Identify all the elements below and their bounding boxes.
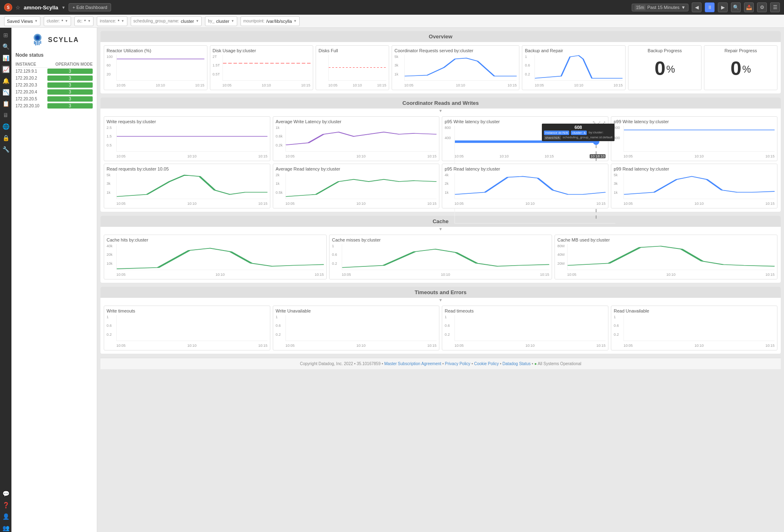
write-timeouts-chart: Write timeouts 10.60.2 10:0510:1010:15 (104, 306, 270, 350)
chart-plot (404, 55, 517, 81)
chart-plot (116, 315, 267, 341)
x-labels: 10:0510:1010:15 (285, 344, 437, 348)
edit-dashboard-button[interactable]: + Edit Dashboard (69, 3, 111, 11)
cache-misses-chart: Cache misses by:cluster 10.60.2 (329, 235, 552, 279)
p99-read-latency-title: p99 Read latency by:cluster (614, 166, 775, 171)
chart-plot (624, 315, 775, 341)
scheduling-label: scheduling_group_name: (134, 19, 179, 23)
time-range-selector[interactable]: 15m Past 15 Minutes ▼ (632, 4, 688, 11)
chart-plot (223, 55, 311, 81)
chevron-down-icon: ▼ (681, 5, 686, 10)
dc-filter[interactable]: dc: * ▼ (74, 16, 94, 26)
sidebar-icon-metrics[interactable]: 📈 (2, 65, 10, 73)
y-labels: 2k1k0.5k (276, 173, 285, 199)
sidebar-icon-infra[interactable]: 🖥 (2, 111, 10, 119)
read-timeouts-area: 10.60.2 10:0510:1010:15 (445, 315, 606, 348)
next-button[interactable]: ▶ (718, 2, 728, 12)
privacy-link[interactable]: Privacy Policy (445, 361, 470, 366)
search-button[interactable]: 🔍 (731, 2, 741, 12)
node-operation-badge: 3 (47, 75, 93, 81)
instance-value: * (118, 19, 119, 24)
sidebar-icon-security[interactable]: 🔒 (2, 134, 10, 142)
x-labels: 10:0510:1010:15 (285, 154, 437, 158)
instance-filter[interactable]: instance: * ▼ (97, 16, 127, 26)
node-badge-cell: 3 (46, 89, 93, 95)
chart-plot (116, 173, 267, 199)
chart-plot (624, 173, 775, 199)
dashboard-title: amnon-Scylla (24, 4, 58, 11)
subscription-link[interactable]: Master Subscription Agreement (384, 361, 441, 366)
sidebar-icon-home[interactable]: ⊞ (2, 31, 10, 39)
sidebar-icon-apm[interactable]: 📉 (2, 88, 10, 96)
repair-progress-value: 0 % (707, 55, 775, 82)
x-labels: 10:0510:1010:15 (535, 83, 623, 87)
app-logo: S (4, 3, 12, 11)
x-labels: 10:0510:1010:15 (116, 154, 267, 158)
settings-button[interactable]: ⚙ (757, 2, 767, 12)
scheduling-filter[interactable]: scheduling_group_name: cluster ▼ (131, 16, 202, 26)
y-labels: 10.60.2 (332, 244, 342, 270)
mountpoint-filter[interactable]: mountpoint: /var/lib/scylla ▼ (241, 16, 300, 26)
p95-read-latency-title: p95 Read latency by:cluster (445, 166, 606, 171)
cache-hits-area: 40k20k10k 10:0510:1010:15 (107, 244, 324, 277)
section-arrow: ▼ (100, 109, 781, 113)
chart-plot (285, 126, 437, 152)
saved-views-dropdown[interactable]: Saved Views ▼ (4, 16, 40, 26)
chevron-icon[interactable]: ▼ (62, 5, 66, 10)
share-button[interactable]: 📤 (744, 2, 754, 12)
sidebar-icon-user[interactable]: 👤 (2, 512, 10, 521)
reactor-util-chart: Reactor Utilization (%) 1006020 (104, 45, 207, 90)
cluster-filter[interactable]: cluster: * ▼ (44, 16, 71, 26)
sidebar-icon-dashboards[interactable]: 📊 (2, 54, 10, 62)
sidebar-icon-chat[interactable]: 💬 (2, 490, 10, 498)
p99-read-latency-area: 5k3k1k 10:0510:1010:15 (614, 173, 775, 206)
prev-button[interactable]: ◀ (692, 2, 702, 12)
repair-progress-title: Repair Progress (707, 48, 775, 53)
backup-repair-chart: Backup and Repair 10.60.2 1 (522, 45, 626, 90)
cookie-link[interactable]: Cookie Policy (474, 361, 499, 366)
node-table: INSTANCE OPERATION MODE 172.129.9.1 3 17… (16, 61, 93, 109)
svg-text:S: S (7, 5, 10, 10)
chart-plot (454, 315, 606, 341)
x-labels: 10:0510:1010:15 (342, 273, 549, 277)
sidebar-icon-help[interactable]: ❓ (2, 501, 10, 509)
chart-plot (454, 173, 606, 199)
p95-write-latency-title: p95 Write latency by:cluster (445, 119, 500, 124)
sidebar-icon-team[interactable]: 👥 (2, 524, 10, 532)
reactor-util-area: 1006020 10:0510:1010:15 (107, 55, 205, 87)
disk-usage-title: Disk Usage by:cluster (213, 48, 311, 53)
cache-header: Cache (100, 216, 781, 227)
display-button[interactable]: ☰ (770, 2, 780, 12)
by-filter[interactable]: by_ cluster ▼ (205, 16, 237, 26)
sidebar-icon-alerts[interactable]: 🔔 (2, 77, 10, 85)
errors-content: Write timeouts 10.60.2 10:0510:1010:15 (100, 302, 781, 354)
sidebar-icon-logs[interactable]: 📋 (2, 100, 10, 108)
overview-content: Reactor Utilization (%) 1006020 (100, 42, 781, 93)
read-req-area: 5k3k1k 10:0510:1010:15 (107, 173, 267, 206)
read-timeouts-chart: Read timeouts 10.60.2 10:0510:1010:15 (442, 306, 608, 350)
scylla-logo-container: SCYLLA (16, 32, 93, 48)
y-labels: 1k0.6k0.2k (276, 126, 285, 152)
cache-hits-title: Cache hits by:cluster (107, 237, 324, 242)
footer: Copyright Datadog, Inc. 2022 • 35.101678… (100, 358, 781, 369)
instance-label: instance: (100, 19, 116, 23)
node-ip: 172.20.20.5 (16, 95, 46, 102)
sidebar-icon-network[interactable]: 🌐 (2, 122, 10, 131)
sidebar-icon-integrations[interactable]: 🔧 (2, 145, 10, 153)
avg-read-latency-area: 2k1k0.5k 10:0510:1010:15 (276, 173, 437, 206)
sidebar-icon-search[interactable]: 🔍 (2, 42, 10, 51)
chart-plot (116, 244, 324, 270)
pause-button[interactable]: ⏸ (705, 2, 715, 12)
avg-write-latency-area: 1k0.6k0.2k 10:0510:1010:15 (276, 126, 437, 158)
read-timeouts-title: Read timeouts (445, 308, 606, 313)
main-content: Overview Reactor Utilization (%) 1006020 (97, 28, 784, 532)
read-unavailable-area: 10.60.2 10:0510:1010:15 (614, 315, 775, 348)
read-unavailable-title: Read Unavailable (614, 308, 775, 313)
write-req-area: 2.51.50.5 10:0510:1010:15 (107, 126, 267, 158)
node-operation-badge: 3 (47, 96, 93, 102)
node-table-row: 172.129.9.1 3 (16, 68, 93, 75)
dc-value: * (84, 19, 86, 24)
node-badge-cell: 3 (46, 82, 93, 89)
star-icon[interactable]: ☆ (16, 4, 20, 11)
datadog-status-link[interactable]: Datadog Status (503, 361, 531, 366)
